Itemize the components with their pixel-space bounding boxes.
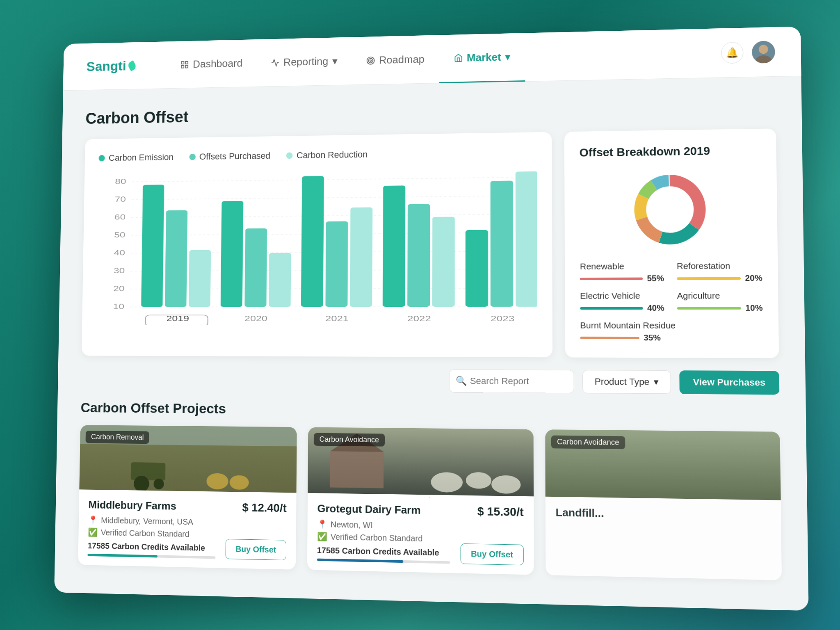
project-info-landfill: Landfill... xyxy=(555,506,771,571)
breakdown-burnt-pct: 35% xyxy=(644,333,661,343)
legend-emission: Carbon Emission xyxy=(98,152,173,164)
breakdown-burnt-bar xyxy=(580,336,639,339)
project-credits-fill-grotegut xyxy=(317,559,403,563)
donut-chart-svg xyxy=(627,168,713,251)
app-screen: Sangti Dashboard Reporting ▾ xyxy=(54,27,808,611)
svg-rect-26 xyxy=(141,185,164,307)
breakdown-electric-bar xyxy=(580,307,643,309)
project-name-landfill: Landfill... xyxy=(555,506,770,523)
nav-reporting[interactable]: Reporting ▾ xyxy=(256,37,352,87)
projects-title: Carbon Offset Projects xyxy=(80,400,780,422)
svg-rect-33 xyxy=(325,221,348,307)
svg-rect-34 xyxy=(350,207,372,307)
product-type-chevron-icon: ▾ xyxy=(654,377,659,388)
breakdown-reforestation: Reforestation 20% xyxy=(677,261,762,283)
svg-rect-36 xyxy=(407,204,430,307)
svg-text:50: 50 xyxy=(114,231,126,239)
product-type-label: Product Type xyxy=(595,376,650,387)
breakdown-burnt: Burnt Mountain Residue 35% xyxy=(580,320,763,343)
search-input[interactable] xyxy=(449,370,574,393)
toolbar-row: 🔍 Product Type ▾ View Purchases xyxy=(81,368,779,395)
svg-line-12 xyxy=(131,214,531,217)
project-name-grotegut: Grotegut Dairy Farm xyxy=(317,502,450,517)
breakdown-title: Offset Breakdown 2019 xyxy=(580,144,761,159)
svg-rect-32 xyxy=(301,176,324,307)
view-purchases-button[interactable]: View Purchases xyxy=(679,370,779,395)
svg-text:2021: 2021 xyxy=(325,314,349,323)
svg-text:2019: 2019 xyxy=(167,314,189,322)
page-title: Carbon Offset xyxy=(85,97,776,127)
project-credits-count-middlebury: 17585 xyxy=(88,541,110,550)
svg-text:40: 40 xyxy=(114,249,126,257)
project-tag-grotegut: Carbon Avoidance xyxy=(314,433,385,447)
breakdown-agriculture-bar xyxy=(677,307,741,309)
projects-grid: Carbon Removal Middlebury Farms 📍 Middle… xyxy=(78,425,782,580)
market-chevron-icon: ▾ xyxy=(505,50,511,63)
svg-text:80: 80 xyxy=(115,177,126,185)
breakdown-electric-pct: 40% xyxy=(647,303,664,313)
svg-rect-38 xyxy=(466,230,488,307)
nav-roadmap[interactable]: Roadmap xyxy=(352,35,439,85)
breakdown-reforestation-pct: 20% xyxy=(745,273,762,283)
svg-rect-0 xyxy=(181,61,184,64)
project-credits-label-grotegut: Carbon Credits Available xyxy=(342,546,439,557)
verified-icon-middlebury: ✅ xyxy=(88,527,98,537)
nav-market-label: Market xyxy=(467,51,501,64)
svg-rect-31 xyxy=(269,253,291,307)
project-credits-count-grotegut: 17585 xyxy=(317,546,340,555)
svg-text:2022: 2022 xyxy=(407,314,431,323)
project-body-landfill: Landfill... xyxy=(546,497,782,580)
svg-rect-35 xyxy=(383,185,405,307)
legend-emission-label: Carbon Emission xyxy=(109,152,174,163)
svg-rect-37 xyxy=(432,217,455,307)
breakdown-agriculture-pct: 10% xyxy=(745,303,763,313)
project-standard-grotegut: ✅ Verified Carbon Standard xyxy=(317,532,450,544)
breakdown-agriculture-bar-wrap: 10% xyxy=(677,303,763,313)
legend-reduction: Carbon Reduction xyxy=(286,149,368,161)
legend-offsets-dot xyxy=(189,154,195,160)
breakdown-card: Offset Breakdown 2019 xyxy=(564,128,779,358)
buy-button-middlebury[interactable]: Buy Offset xyxy=(226,539,287,560)
nav-market[interactable]: Market ▾ xyxy=(439,33,525,83)
project-standard-middlebury: ✅ Verified Carbon Standard xyxy=(88,527,216,540)
project-location-text-grotegut: Newton, WI xyxy=(331,520,373,530)
project-price-grotegut: $ 15.30/t xyxy=(477,505,524,519)
breakdown-reforestation-bar xyxy=(677,277,741,280)
project-img-middlebury: Carbon Removal xyxy=(79,425,297,493)
breakdown-renewable: Renewable 55% xyxy=(580,261,664,283)
breakdown-renewable-label: Renewable xyxy=(580,261,664,272)
nav-dashboard[interactable]: Dashboard xyxy=(166,39,257,89)
project-info-grotegut: Grotegut Dairy Farm 📍 Newton, WI ✅ Verif… xyxy=(317,502,450,564)
buy-button-grotegut[interactable]: Buy Offset xyxy=(461,543,524,565)
nav-reporting-label: Reporting xyxy=(283,55,328,68)
breakdown-renewable-bar-wrap: 55% xyxy=(580,274,664,283)
bar-chart-card: Carbon Emission Offsets Purchased Carbon… xyxy=(82,132,552,358)
breakdown-burnt-label: Burnt Mountain Residue xyxy=(580,320,763,331)
svg-text:10: 10 xyxy=(113,302,124,310)
breakdown-agriculture: Agriculture 10% xyxy=(677,290,762,313)
product-type-dropdown[interactable]: Product Type ▾ xyxy=(582,370,671,394)
project-standard-text-middlebury: Verified Carbon Standard xyxy=(101,528,189,539)
user-avatar[interactable] xyxy=(752,41,775,64)
project-credits-label-middlebury: Carbon Credits Available xyxy=(112,541,205,552)
svg-line-11 xyxy=(132,196,531,200)
chart-icon xyxy=(271,58,279,67)
breakdown-electric: Electric Vehicle 40% xyxy=(580,291,664,313)
project-credits-bar-middlebury xyxy=(87,554,215,559)
project-card-middlebury: Carbon Removal Middlebury Farms 📍 Middle… xyxy=(78,425,297,570)
project-card-landfill: Carbon Avoidance Landfill... xyxy=(545,429,782,580)
notification-button[interactable]: 🔔 xyxy=(721,41,744,63)
donut-chart-container xyxy=(580,167,762,251)
project-name-middlebury: Middlebury Farms xyxy=(88,498,216,513)
target-icon xyxy=(366,56,375,65)
project-img-grotegut: Carbon Avoidance xyxy=(308,427,534,497)
legend-reduction-label: Carbon Reduction xyxy=(297,149,368,161)
svg-rect-40 xyxy=(516,171,537,307)
svg-point-53 xyxy=(646,187,694,233)
svg-text:20: 20 xyxy=(113,285,125,293)
svg-text:30: 30 xyxy=(114,267,125,275)
reporting-chevron-icon: ▾ xyxy=(332,55,338,67)
breakdown-renewable-pct: 55% xyxy=(647,274,664,283)
logo: Sangti xyxy=(86,58,135,74)
breakdown-reforestation-bar-wrap: 20% xyxy=(677,273,762,283)
